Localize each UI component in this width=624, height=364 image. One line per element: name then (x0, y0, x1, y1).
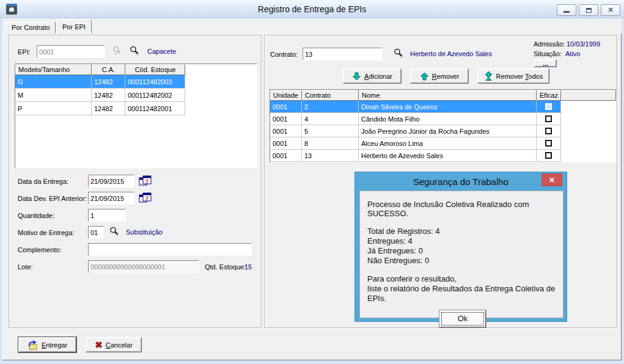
contrato-label: Contrato: (270, 51, 298, 58)
contratos-table-header: Unidade Contrato Nome Eficaz (270, 90, 616, 101)
dialog-note: Para conferir o resultado, liste o relat… (367, 274, 558, 304)
close-button[interactable]: ✕ (601, 4, 620, 16)
cell-unidade: 0001 (270, 137, 302, 150)
epi-label: EPI: (18, 48, 31, 56)
table-row[interactable]: P 12482 000112482001 (15, 102, 257, 115)
app-window: Registro de Entrega de EPIs ✕ Por Contra… (0, 0, 624, 364)
cell-cod: 000112482001 (125, 102, 185, 115)
tab-por-contrato[interactable]: Por Contrato (6, 21, 56, 34)
cell-cod: 000112482002 (125, 89, 185, 102)
dialog-close-button[interactable]: ✕ (541, 173, 562, 186)
cell-cod: 000112482003 (125, 75, 185, 89)
arrow-down-icon (352, 72, 361, 81)
more-button[interactable]: ... (534, 59, 557, 67)
cell-eficaz (537, 101, 561, 113)
contratos-table[interactable]: Unidade Contrato Nome Eficaz 0001 2 Dina… (270, 89, 617, 162)
contrato-search-icon[interactable]: ? (393, 48, 404, 59)
epi-search-icon[interactable]: ? (129, 45, 140, 56)
eficaz-checkbox[interactable] (545, 140, 552, 147)
svg-text:?: ? (400, 54, 403, 59)
svg-text:7: 7 (145, 178, 149, 184)
table-row[interactable]: 0001 5 João Peregrino Júnior da Rocha Fa… (270, 125, 616, 137)
eficaz-checkbox[interactable] (545, 128, 552, 134)
window-controls: ✕ (557, 4, 620, 16)
window-title: Registro de Entrega de EPIs (0, 4, 624, 14)
qtd-estoque-value: 15 (244, 263, 252, 271)
admissao-value: 10/03/1999 (567, 40, 600, 48)
table-row[interactable]: 0001 8 Alceu Amoroso Lima (270, 137, 616, 150)
motivo-search-icon[interactable]: ? (109, 226, 120, 237)
complemento-input[interactable] (88, 243, 252, 256)
cell-modelo: G (15, 75, 92, 89)
cell-unidade: 0001 (270, 101, 302, 113)
quantidade-label: Quantidade: (18, 212, 54, 219)
qtd-estoque-label: Qtd. Estoque: (205, 263, 246, 271)
dialog-body: Processo de Inclusão Coletiva Realizado … (359, 191, 563, 318)
arrow-double-up-icon (484, 71, 493, 81)
remover-button[interactable]: Remover (410, 68, 469, 84)
col-cod-estoque: Cód. Estoque (125, 64, 185, 75)
table-row[interactable]: 0001 4 Cândido Mota Filho (270, 113, 616, 125)
svg-text:?: ? (116, 233, 119, 237)
cell-nome: Cândido Mota Filho (359, 113, 537, 125)
data-entrega-input[interactable] (88, 175, 134, 187)
remover-todos-button[interactable]: Remover Todos (477, 68, 549, 84)
entregar-button[interactable]: Entregar (18, 337, 76, 352)
eficaz-checkbox[interactable] (545, 115, 552, 122)
dialog-stats: Total de Registros: 4 Entregues: 4 Já En… (367, 227, 558, 266)
cell-ca: 12482 (92, 102, 125, 115)
stat-nao-entregues: Não Entregues: 0 (367, 256, 558, 266)
cell-unidade: 0001 (270, 125, 302, 137)
title-bar: Registro de Entrega de EPIs ✕ (0, 0, 624, 18)
epi-input[interactable] (37, 45, 105, 58)
minimize-button[interactable] (557, 4, 576, 16)
data-entrega-calendar-icon[interactable]: 7 (139, 175, 152, 186)
eficaz-checkbox[interactable] (545, 152, 552, 159)
table-row[interactable]: M 12482 000112482002 (15, 89, 257, 102)
cancel-x-icon: ✖ (95, 340, 103, 349)
stat-ja-entregues: Já Entregues: 0 (367, 246, 558, 256)
quantidade-input[interactable] (88, 209, 126, 222)
motivo-input[interactable] (88, 226, 104, 239)
cell-eficaz (537, 125, 561, 137)
col-eficaz: Eficaz (537, 90, 561, 101)
col-unidade: Unidade (270, 90, 302, 101)
tab-por-epi[interactable]: Por EPI (56, 20, 92, 34)
data-dev-calendar-icon[interactable]: 7 (139, 192, 152, 203)
col-contrato: Contrato (302, 90, 359, 101)
epi-name-label: Capacete (147, 48, 176, 55)
stat-total: Total de Registros: 4 (367, 227, 558, 236)
col-modelo-tamanho: Modelo/Tamanho (15, 64, 92, 75)
cell-contrato: 2 (302, 101, 359, 113)
table-row[interactable]: 0001 13 Herberto de Azevedo Sales (270, 150, 616, 162)
svg-text:?: ? (136, 52, 139, 56)
cancelar-button[interactable]: ✖ Cancelar (86, 337, 142, 352)
lote-input (88, 260, 199, 273)
dialog-close-icon: ✕ (549, 176, 555, 184)
table-row[interactable]: 0001 2 Dinah Silveira de Queiroz (270, 101, 616, 113)
adicionar-button[interactable]: Adicionar (343, 68, 402, 84)
col-nome: Nome (359, 90, 537, 101)
ok-button[interactable]: Ok (439, 310, 486, 327)
cell-ca: 12482 (92, 89, 125, 102)
minimize-icon (563, 11, 570, 13)
contrato-input[interactable] (303, 48, 383, 60)
situacao-value: Ativo (565, 50, 580, 57)
table-row[interactable]: G 12482 000112482003 (15, 75, 257, 89)
epi-locate-icon-disabled (112, 45, 123, 56)
cell-modelo: M (15, 89, 92, 102)
eficaz-checkbox[interactable] (545, 103, 552, 110)
maximize-button[interactable] (579, 4, 598, 16)
cell-eficaz (537, 137, 561, 150)
epi-panel: EPI: ? Capacete Modelo/Tamanho C.A. Cód.… (9, 35, 262, 328)
cell-ca: 12482 (92, 75, 125, 89)
epi-models-table[interactable]: Modelo/Tamanho C.A. Cód. Estoque G 12482… (15, 64, 257, 169)
col-ca: C.A. (92, 64, 125, 75)
motivo-desc-label: Substituição (126, 228, 163, 236)
cell-contrato: 13 (302, 150, 359, 162)
cell-contrato: 8 (302, 137, 359, 150)
maximize-icon (586, 8, 592, 13)
complemento-label: Complemento: (18, 246, 62, 253)
data-dev-input[interactable] (88, 192, 134, 205)
cell-nome: Herberto de Azevedo Sales (359, 150, 537, 162)
